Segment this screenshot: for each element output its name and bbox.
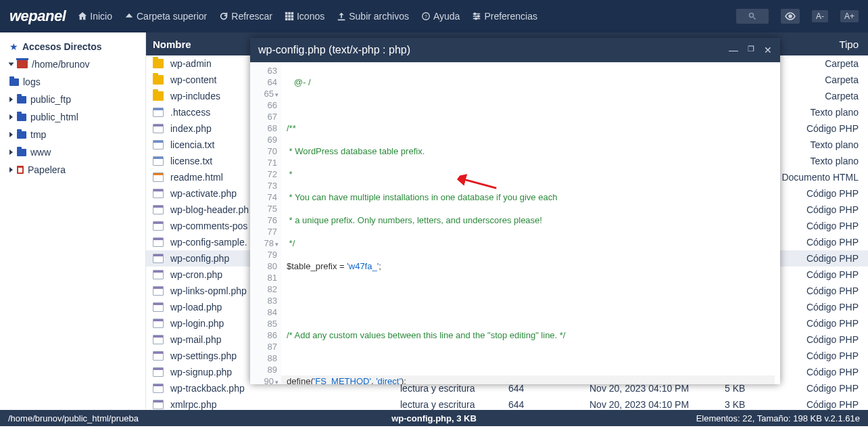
caret-icon [9,114,13,120]
trash-icon [17,166,24,174]
tree-public-html-label: public_html [30,112,78,122]
svg-rect-4 [288,15,291,18]
file-type: Código PHP [806,318,868,329]
tree-www[interactable]: www [7,143,139,161]
file-icon [153,254,164,263]
tree-public-html[interactable]: public_html [7,108,139,126]
file-icon [153,140,164,150]
svg-rect-2 [291,12,294,15]
window-maximize-button[interactable]: ❐ [748,45,754,55]
svg-rect-1 [288,12,291,15]
file-type: Código PHP [806,399,868,410]
file-icon [153,286,164,296]
svg-rect-7 [288,18,291,21]
file-name: xmlrpc.php [170,399,400,410]
file-type: Código PHP [806,123,868,134]
file-date: Nov 20, 2023 04:10 PM [589,383,725,394]
svg-point-11 [474,13,476,15]
code-editor[interactable]: @- / /** * WordPress database table pref… [281,62,780,384]
folder-tree: ★Accesos Directos /home/brunov logs publ… [0,32,146,419]
brand-logo: wepanel [9,7,66,25]
file-icon [153,319,164,328]
file-type: Código PHP [806,269,868,280]
editor-body: 63 64 65▾ 66 67 68 69 70 71 72 73 74 75 … [250,62,780,384]
tree-logs[interactable]: logs [7,73,139,91]
caret-icon [9,132,13,137]
file-icon [153,335,164,344]
nav-icons[interactable]: Iconos [285,11,324,22]
nav-help[interactable]: ? Ayuda [421,11,460,22]
tree-tmp[interactable]: tmp [7,126,139,143]
caret-icon [9,167,13,172]
nav-prefs-label: Preferencias [484,11,537,22]
file-type: Código PHP [806,334,868,345]
nav-upload[interactable]: Subir archivos [337,11,409,22]
nav-help-label: Ayuda [433,11,460,22]
editor-titlebar[interactable]: wp-config.php (text/x-php : php) — ❐ ✕ [250,38,780,62]
file-type: Código PHP [806,237,868,248]
file-type: Código PHP [806,204,868,215]
nav-refresh[interactable]: Refrescar [219,11,272,22]
col-type-header[interactable]: Tipo [787,39,868,50]
tree-shortcuts-label: Accesos Directos [22,41,102,52]
nav-prefs[interactable]: Preferencias [472,11,537,22]
caret-icon [9,150,13,155]
window-close-button[interactable]: ✕ [764,45,772,55]
svg-point-13 [475,18,477,20]
topbar: wepanel Inicio Carpeta superior Refresca… [0,0,868,32]
nav-up-label: Carpeta superior [137,11,207,22]
editor-window: wp-config.php (text/x-php : php) — ❐ ✕ 6… [250,38,780,384]
nav-home-label: Inicio [90,11,112,22]
svg-text:?: ? [425,14,427,19]
tree-logs-label: logs [23,76,41,87]
nav-home[interactable]: Inicio [78,11,112,22]
file-icon [153,302,164,312]
status-path: /home/brunov/public_html/prueba [8,413,139,423]
file-name: wp-trackback.php [170,383,400,394]
home-icon [78,12,87,21]
file-size: 3 KB [725,399,772,410]
grid-icon [285,12,294,21]
tree-home[interactable]: /home/brunov [7,55,139,73]
editor-title-text: wp-config.php (text/x-php : php) [258,44,410,56]
file-icon [153,205,164,214]
nav-icons-label: Iconos [297,11,324,22]
file-icon [153,189,164,198]
tree-www-label: www [30,147,51,158]
window-minimize-button[interactable]: — [729,45,738,55]
tree-trash[interactable]: Papelera [7,161,139,179]
file-size: 5 KB [725,383,772,394]
file-icon [153,172,164,182]
tree-shortcuts[interactable]: ★Accesos Directos [7,38,139,55]
file-type: Código PHP [806,285,868,296]
status-bar: /home/brunov/public_html/prueba wp-confi… [0,410,868,426]
visibility-toggle[interactable] [781,9,800,24]
star-icon: ★ [9,41,18,52]
tree-home-label: /home/brunov [32,59,90,70]
file-icon [153,367,164,377]
caret-icon [9,63,14,66]
font-increase-button[interactable]: A+ [840,10,859,22]
svg-point-14 [749,14,753,18]
folder-icon [17,114,26,121]
file-icon [153,108,164,117]
file-mode: 644 [508,383,589,394]
file-type: Código PHP [806,253,868,264]
font-decrease-button[interactable]: A- [812,10,828,22]
file-type: Carpeta [825,74,868,85]
svg-rect-5 [291,15,294,18]
folder-icon [17,131,26,139]
tree-trash-label: Papelera [28,164,66,175]
tree-public-ftp[interactable]: public_ftp [7,91,139,108]
file-icon [153,124,164,133]
status-file-info: wp-config.php, 3 KB [391,413,477,423]
file-icon [153,91,164,101]
file-type: Documento HTML [781,172,868,183]
svg-point-12 [478,16,480,18]
folder-icon [17,149,26,156]
nav-up[interactable]: Carpeta superior [124,11,207,22]
upload-icon [337,12,346,21]
file-type: Carpeta [825,91,868,101]
nav-upload-label: Subir archivos [349,11,409,22]
search-input[interactable] [736,9,769,24]
